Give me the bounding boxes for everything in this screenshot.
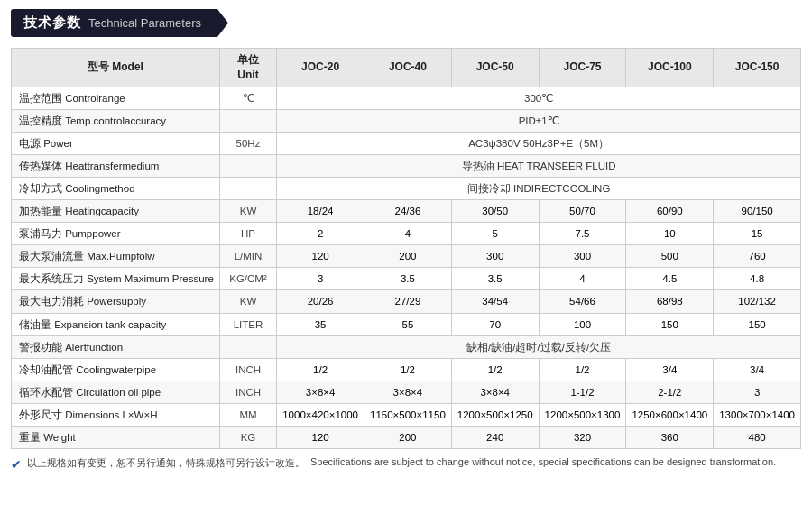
row-value-8-5: 4.8: [714, 268, 801, 290]
row-value-13-4: 2-1/2: [626, 381, 714, 403]
row-value-13-5: 3: [714, 381, 801, 403]
header-en-title: Technical Parameters: [88, 16, 201, 30]
row-unit-13: INCH: [219, 381, 276, 403]
row-value-span-1: PID±1℃: [277, 109, 801, 132]
row-value-9-3: 54/66: [539, 290, 626, 313]
table-row: 冷却方式 Coolingmethod间接冷却 INDIRECTCOOLING: [12, 177, 801, 199]
row-label-10: 储油量 Expansion tank capacity: [12, 313, 220, 335]
row-value-6-4: 10: [626, 223, 714, 245]
col-header-unit: 单位 Unit: [219, 49, 276, 87]
row-label-13: 循环水配管 Circulation oil pipe: [12, 381, 220, 403]
header-cn-title: 技术参数: [23, 14, 81, 32]
table-row: 警报功能 Alertfunction缺相/缺油/超时/过载/反转/欠压: [12, 335, 801, 358]
row-value-9-5: 102/132: [714, 290, 801, 313]
row-value-span-4: 间接冷却 INDIRECTCOOLING: [277, 177, 801, 199]
footer-en-text: Specifications are subject to change wit…: [310, 456, 776, 467]
row-value-13-3: 1-1/2: [539, 381, 626, 403]
table-row: 循环水配管 Circulation oil pipeINCH3×8×43×8×4…: [12, 381, 801, 403]
row-unit-1: [219, 109, 276, 132]
row-value-span-0: 300℃: [277, 87, 801, 109]
row-value-span-11: 缺相/缺油/超时/过载/反转/欠压: [277, 335, 801, 358]
row-value-14-1: 1150×500×1150: [364, 403, 452, 426]
row-unit-15: KG: [219, 427, 276, 449]
row-value-15-5: 480: [714, 427, 801, 449]
row-value-9-1: 27/29: [364, 290, 452, 313]
check-icon: ✔: [11, 457, 22, 472]
row-value-8-2: 3.5: [451, 268, 539, 290]
row-value-7-5: 760: [714, 245, 801, 268]
row-value-15-0: 120: [277, 427, 364, 449]
table-row: 最大电力消耗 PowersupplyKW20/2627/2934/5454/66…: [12, 290, 801, 313]
row-label-6: 泵浦马力 Pumppower: [12, 223, 220, 245]
row-value-6-5: 15: [714, 223, 801, 245]
row-label-12: 冷却油配管 Coolingwaterpipe: [12, 358, 220, 381]
row-value-12-4: 3/4: [626, 358, 714, 381]
row-value-7-4: 500: [626, 245, 714, 268]
page-wrapper: 技术参数 Technical Parameters 型号 Model 单位 Un…: [0, 0, 812, 505]
row-unit-2: 50Hz: [219, 132, 276, 154]
table-row: 温控范围 Controlrange℃300℃: [12, 87, 801, 109]
row-label-7: 最大泵浦流量 Max.Pumpfolw: [12, 245, 220, 268]
row-value-5-5: 90/150: [714, 200, 801, 223]
row-label-11: 警报功能 Alertfunction: [12, 335, 220, 358]
table-row: 温控精度 Temp.controlaccuracyPID±1℃: [12, 109, 801, 132]
row-value-5-0: 18/24: [277, 200, 364, 223]
header-section: 技术参数 Technical Parameters: [11, 9, 801, 37]
row-unit-7: L/MIN: [219, 245, 276, 268]
row-value-7-1: 200: [364, 245, 452, 268]
row-value-5-2: 30/50: [451, 200, 539, 223]
row-unit-12: INCH: [219, 358, 276, 381]
technical-params-table: 型号 Model 单位 Unit JOC-20 JOC-40 JOC-50 JO…: [11, 48, 801, 449]
footer-cn-text: 以上规格如有变更，恕不另行通知，特殊规格可另行设计改造。: [27, 456, 305, 470]
col-header-joc150: JOC-150: [714, 49, 801, 87]
row-value-10-2: 70: [451, 313, 539, 335]
row-value-15-1: 200: [364, 427, 452, 449]
col-header-model: 型号 Model: [12, 49, 220, 87]
row-value-13-2: 3×8×4: [451, 381, 539, 403]
row-value-14-5: 1300×700×1400: [714, 403, 801, 426]
col-header-joc40: JOC-40: [364, 49, 452, 87]
row-value-12-1: 1/2: [364, 358, 452, 381]
row-label-1: 温控精度 Temp.controlaccuracy: [12, 109, 220, 132]
row-value-5-3: 50/70: [539, 200, 626, 223]
row-value-10-4: 150: [626, 313, 714, 335]
row-value-8-0: 3: [277, 268, 364, 290]
row-value-7-3: 300: [539, 245, 626, 268]
row-unit-0: ℃: [219, 87, 276, 109]
row-value-14-3: 1200×500×1300: [539, 403, 626, 426]
row-value-13-0: 3×8×4: [277, 381, 364, 403]
row-unit-9: KW: [219, 290, 276, 313]
col-header-joc100: JOC-100: [626, 49, 714, 87]
row-value-8-4: 4.5: [626, 268, 714, 290]
table-row: 最大系统压力 System Maximum PressureKG/CM²33.5…: [12, 268, 801, 290]
row-unit-11: [219, 335, 276, 358]
row-value-12-2: 1/2: [451, 358, 539, 381]
row-value-6-1: 4: [364, 223, 452, 245]
table-row: 外形尺寸 Dimensions L×W×HMM1000×420×10001150…: [12, 403, 801, 426]
row-value-10-0: 35: [277, 313, 364, 335]
row-value-12-3: 1/2: [539, 358, 626, 381]
row-unit-5: KW: [219, 200, 276, 223]
row-value-13-1: 3×8×4: [364, 381, 452, 403]
row-value-14-4: 1250×600×1400: [626, 403, 714, 426]
row-value-5-4: 60/90: [626, 200, 714, 223]
row-value-8-3: 4: [539, 268, 626, 290]
row-value-15-2: 240: [451, 427, 539, 449]
row-label-9: 最大电力消耗 Powersupply: [12, 290, 220, 313]
row-label-3: 传热媒体 Heattransfermedium: [12, 154, 220, 177]
header-title-block: 技术参数 Technical Parameters: [11, 9, 228, 37]
row-label-0: 温控范围 Controlrange: [12, 87, 220, 109]
col-header-joc50: JOC-50: [451, 49, 539, 87]
row-unit-10: LITER: [219, 313, 276, 335]
table-row: 最大泵浦流量 Max.PumpfolwL/MIN1202003003005007…: [12, 245, 801, 268]
row-unit-8: KG/CM²: [219, 268, 276, 290]
row-value-6-0: 2: [277, 223, 364, 245]
table-header-row: 型号 Model 单位 Unit JOC-20 JOC-40 JOC-50 JO…: [12, 49, 801, 87]
footer-note: ✔ 以上规格如有变更，恕不另行通知，特殊规格可另行设计改造。 Specifica…: [11, 456, 801, 472]
row-value-15-3: 320: [539, 427, 626, 449]
table-row: 重量 WeightKG120200240320360480: [12, 427, 801, 449]
row-label-8: 最大系统压力 System Maximum Pressure: [12, 268, 220, 290]
row-unit-4: [219, 177, 276, 199]
row-label-15: 重量 Weight: [12, 427, 220, 449]
row-value-span-2: AC3ψ380V 50Hz3P+E（5M）: [277, 132, 801, 154]
